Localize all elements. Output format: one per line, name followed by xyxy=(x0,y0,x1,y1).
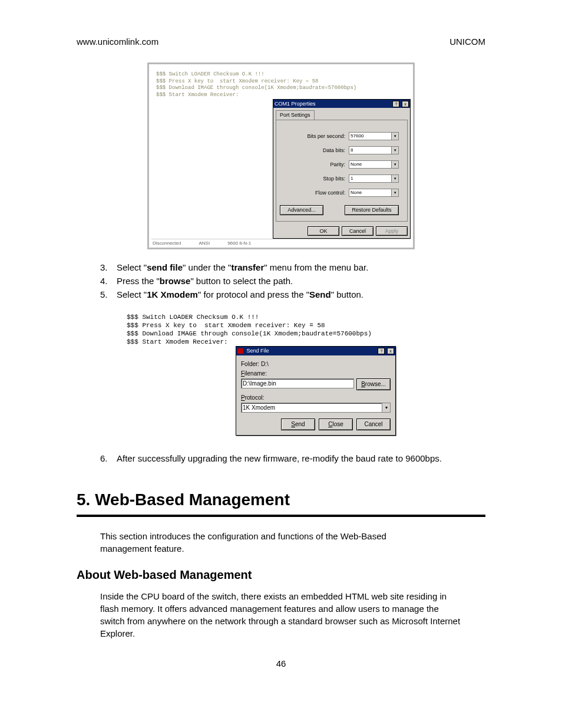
terminal-output-2: $$$ Switch LOADER Checksum O.K !!! $$$ P… xyxy=(127,314,401,346)
bps-value: 57600 xyxy=(349,133,391,140)
item-number: 5. xyxy=(100,288,117,301)
flowcontrol-select[interactable]: None ▾ xyxy=(349,189,399,197)
subheading: About Web-based Management xyxy=(77,566,485,583)
item-text: After successfully upgrading the new fir… xyxy=(117,452,442,465)
item-text: Press the "browse" button to select the … xyxy=(117,275,293,287)
flowcontrol-value: None xyxy=(349,189,391,196)
stopbits-label: Stop bits: xyxy=(280,175,349,183)
stopbits-value: 1 xyxy=(349,175,391,182)
apply-button[interactable]: Apply xyxy=(376,226,408,236)
list-item: 4. Press the "browse" button to select t… xyxy=(100,275,485,287)
heading-rule xyxy=(77,515,485,517)
help-icon[interactable]: ? xyxy=(392,101,399,107)
list-item: 5. Select "1K Xmodem" for protocol and p… xyxy=(100,288,485,301)
chevron-down-icon[interactable]: ▾ xyxy=(391,133,398,140)
intro-paragraph: This section introduces the configuratio… xyxy=(100,530,430,555)
instruction-list-2: 6. After successfully upgrading the new … xyxy=(100,452,485,465)
item-text: Select "send file" under the "transfer" … xyxy=(117,261,368,274)
bps-select[interactable]: 57600 ▾ xyxy=(349,132,399,140)
browse-button[interactable]: Browse... xyxy=(356,378,391,390)
restore-defaults-button[interactable]: Restore Defaults xyxy=(345,205,399,215)
send-file-dialog: Send File ? x Folder: D:\ Filename: D:\I… xyxy=(236,346,396,436)
parity-label: Parity: xyxy=(280,161,349,169)
page-number: 46 xyxy=(77,657,485,670)
chevron-down-icon[interactable]: ▾ xyxy=(391,175,398,182)
close-button[interactable]: Close xyxy=(319,419,353,430)
body-paragraph: Inside the CPU board of the switch, ther… xyxy=(100,590,465,640)
filename-input[interactable]: D:\Image.bin xyxy=(241,378,354,388)
item-number: 6. xyxy=(100,452,117,465)
stopbits-select[interactable]: 1 ▾ xyxy=(349,174,399,183)
header-brand: UNICOM xyxy=(449,35,485,48)
com-properties-dialog: COM1 Properties ? x Port Settings Bits p… xyxy=(273,99,411,239)
dialog-title: Send File xyxy=(237,347,269,355)
help-icon[interactable]: ? xyxy=(378,348,385,354)
screenshot-com-properties: $$$ Switch LOADER Checksum O.K !!! $$$ P… xyxy=(147,62,415,249)
chevron-down-icon[interactable]: ▾ xyxy=(391,189,398,196)
protocol-value: 1K Xmodem xyxy=(242,403,382,412)
list-item: 3. Select "send file" under the "transfe… xyxy=(100,261,485,274)
app-icon xyxy=(237,348,243,354)
bps-label: Bits per second: xyxy=(280,133,349,140)
close-icon[interactable]: x xyxy=(402,101,409,107)
databits-value: 8 xyxy=(349,147,391,154)
parity-value: None xyxy=(349,161,391,168)
screenshot-send-file: $$$ Switch LOADER Checksum O.K !!! $$$ P… xyxy=(127,314,401,436)
databits-label: Data bits: xyxy=(280,147,349,154)
close-icon[interactable]: x xyxy=(387,348,394,354)
protocol-label: Protocol: xyxy=(241,394,391,402)
chevron-down-icon[interactable]: ▾ xyxy=(391,161,398,168)
tab-port-settings[interactable]: Port Settings xyxy=(276,110,315,120)
status-settings: 9600 8-N-1 xyxy=(227,240,251,246)
header-url: www.unicomlink.com xyxy=(77,35,158,48)
advanced-button[interactable]: Advanced... xyxy=(280,205,323,215)
status-emulation: ANSI xyxy=(199,240,210,246)
cancel-button[interactable]: Cancel xyxy=(356,419,391,430)
item-text: Select "1K Xmodem" for protocol and pres… xyxy=(117,288,363,301)
status-connection: Disconnected xyxy=(153,240,181,246)
item-number: 3. xyxy=(100,261,117,274)
chevron-down-icon[interactable]: ▾ xyxy=(391,147,398,154)
send-button[interactable]: Send xyxy=(281,419,315,430)
list-item: 6. After successfully upgrading the new … xyxy=(100,452,485,465)
terminal-blank-area xyxy=(151,99,273,239)
flowcontrol-label: Flow control: xyxy=(280,189,349,197)
ok-button[interactable]: OK xyxy=(308,226,339,236)
terminal-output-1: $$$ Switch LOADER Checksum O.K !!! $$$ P… xyxy=(151,67,411,99)
cancel-button[interactable]: Cancel xyxy=(342,226,373,236)
protocol-select[interactable]: 1K Xmodem ▾ xyxy=(241,403,391,413)
filename-label: Filename: xyxy=(241,370,391,378)
parity-select[interactable]: None ▾ xyxy=(349,160,399,169)
folder-label: Folder: D:\ xyxy=(241,360,391,368)
item-number: 4. xyxy=(100,275,117,287)
instruction-list-1: 3. Select "send file" under the "transfe… xyxy=(100,261,485,301)
databits-select[interactable]: 8 ▾ xyxy=(349,146,399,154)
chevron-down-icon[interactable]: ▾ xyxy=(382,403,390,412)
dialog-title: COM1 Properties xyxy=(275,100,316,108)
chapter-heading: 5. Web-Based Management xyxy=(77,488,485,511)
